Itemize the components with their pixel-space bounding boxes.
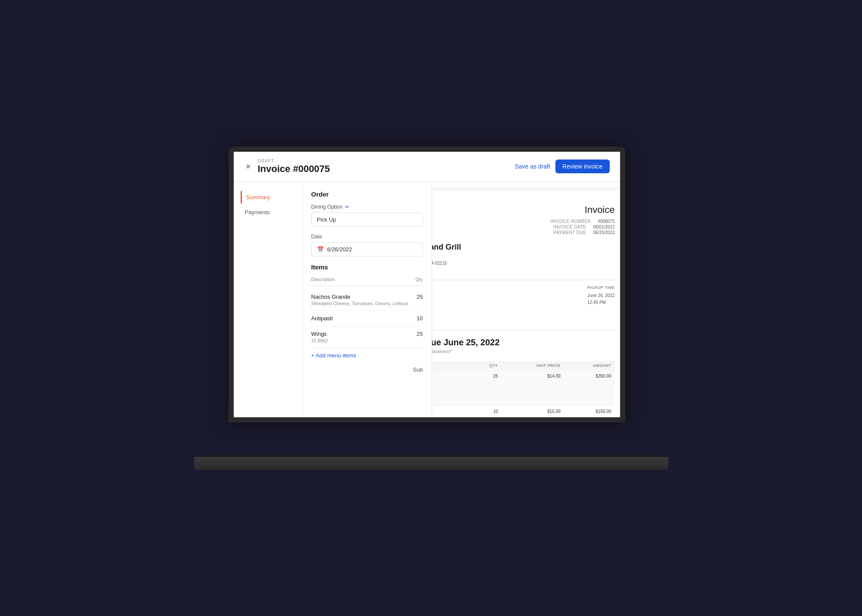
dining-option-label: Dining Option ✏ xyxy=(311,204,423,210)
add-items-button[interactable]: + Add menu items xyxy=(311,348,423,363)
sidebar-item-summary[interactable]: Summary xyxy=(241,191,295,204)
laptop-base xyxy=(194,457,668,470)
invoice-date-label: INVOICE DATE xyxy=(554,225,586,229)
payment-due-value: 06/25/2022 xyxy=(593,230,614,235)
col-amount-header: AMOUNT xyxy=(564,361,615,370)
item-1-qty: 25 xyxy=(413,294,423,300)
item-row-1: Nachos Grande Shredded Cheese, Tomatoes,… xyxy=(311,289,423,311)
item-1-desc: Shredded Cheese, Tomatoes, Onions, Lettu… xyxy=(311,301,408,306)
laptop-device: ✕ DRAFT Invoice #000075 Save as draft Re… xyxy=(194,147,668,470)
item-3-details: Wings 15 BBQ xyxy=(311,331,328,343)
save-draft-button[interactable]: Save as draft xyxy=(515,163,551,170)
item-3-name: Wings xyxy=(311,331,328,337)
item-row-3: Wings 15 BBQ 25 xyxy=(311,326,423,348)
items-section: Items Description Qty Nachos Grande Shre… xyxy=(311,263,423,376)
invoice-number-label: INVOICE NUMBER xyxy=(550,219,591,224)
sidebar-item-payments[interactable]: Payments xyxy=(241,206,295,219)
invoice-doc-title: Invoice xyxy=(550,204,614,216)
col-description-header: Description xyxy=(311,277,335,282)
dining-option-select[interactable]: Pick Up Dine In Delivery xyxy=(311,213,423,227)
col-unit-price-header: UNIT PRICE xyxy=(502,361,564,370)
subtotal-row: Sub xyxy=(311,363,423,376)
invoice-items-table: ITEM QTY UNIT PRICE AMOUNT Nachos Grande… xyxy=(432,361,615,417)
restaurant-address: 401 Park Drive Suite 801 Boston, MA 0221… xyxy=(432,253,615,273)
item-row-2: Antipasti 10 xyxy=(311,311,423,326)
item-2-name: Antipasti xyxy=(311,315,333,322)
item-1-name: Nachos Grande xyxy=(311,294,408,300)
items-title: Items xyxy=(311,263,423,271)
col-qty-header: Qty xyxy=(415,277,423,282)
appreciate-text: "We appreciate your business!" xyxy=(432,349,615,354)
close-button[interactable]: ✕ xyxy=(244,162,253,171)
invoice-document: TOAST BAR & GRILL Invoice INVOICE NUMBER xyxy=(432,191,620,417)
invoice-title-block: Invoice INVOICE NUMBER #000075 INVOICE D… xyxy=(550,204,614,236)
order-section-title: Order xyxy=(311,191,423,198)
edit-icon[interactable]: ✏ xyxy=(345,204,349,210)
item-3-qty: 25 xyxy=(413,331,423,337)
invoice-item-row: Nachos GrandeShredded CheeseTomatoesOnio… xyxy=(432,370,615,406)
restaurant-info: Toast Bar and Grill 401 Park Drive Suite… xyxy=(432,243,615,273)
bill-section: BILL TO Jane Smith 401 Park Drive Boston… xyxy=(432,280,615,331)
date-label: Date xyxy=(311,234,423,240)
pickup-time: PICKUP TIME June 26, 2022 12:45 PM xyxy=(587,285,614,325)
invoice-item-row: Antipasti 10 $15.00 $150.00 xyxy=(432,405,615,417)
sidebar: Summary Payments xyxy=(234,182,303,417)
calendar-icon: 📅 xyxy=(317,246,324,253)
pickup-time-label: PICKUP TIME xyxy=(587,285,614,290)
header-actions: Save as draft Review invoice xyxy=(515,159,610,173)
invoice-meta: INVOICE NUMBER #000075 INVOICE DATE 06/0… xyxy=(550,219,614,235)
invoice-title: Invoice #000075 xyxy=(258,163,330,175)
items-table-header: Description Qty xyxy=(311,277,423,286)
restaurant-name: Toast Bar and Grill xyxy=(432,243,615,252)
subtotal-label: Sub xyxy=(413,366,423,373)
invoice-header: ✕ DRAFT Invoice #000075 Save as draft Re… xyxy=(234,152,620,182)
col-qty-header: QTY xyxy=(470,361,501,370)
item-2-qty: 10 xyxy=(413,315,423,322)
laptop-screen: ✕ DRAFT Invoice #000075 Save as draft Re… xyxy=(229,147,625,422)
amount-due-title: $798.35 due June 25, 2022 xyxy=(432,338,615,347)
order-panel: Order Dining Option ✏ Pick Up Dine In De… xyxy=(303,182,432,417)
item-3-desc: 15 BBQ xyxy=(311,338,328,343)
invoice-date-value: 06/01/2022 xyxy=(593,225,614,229)
main-area: Summary Payments Order Dining Option ✏ P… xyxy=(234,182,620,417)
date-picker[interactable]: 📅 6/26/2022 xyxy=(311,242,423,256)
invoice-preview: TOAST BAR & GRILL Invoice INVOICE NUMBER xyxy=(432,182,620,417)
invoice-number-value: #000075 xyxy=(598,219,615,224)
screen-content: ✕ DRAFT Invoice #000075 Save as draft Re… xyxy=(234,152,620,417)
review-invoice-button[interactable]: Review invoice xyxy=(555,159,609,173)
item-2-details: Antipasti xyxy=(311,315,333,322)
header-left: ✕ DRAFT Invoice #000075 xyxy=(244,159,330,175)
pickup-time-value: 12:45 PM xyxy=(587,299,614,306)
date-value: 6/26/2022 xyxy=(327,246,352,253)
draft-label: DRAFT xyxy=(258,159,330,163)
invoice-doc-header: TOAST BAR & GRILL Invoice INVOICE NUMBER xyxy=(432,204,615,236)
invoice-title-area: DRAFT Invoice #000075 xyxy=(258,159,330,175)
item-1-details: Nachos Grande Shredded Cheese, Tomatoes,… xyxy=(311,294,408,306)
col-item-header: ITEM xyxy=(432,361,470,370)
pickup-date-value: June 26, 2022 xyxy=(587,292,614,299)
payment-due-label: PAYMENT DUE xyxy=(553,230,586,235)
